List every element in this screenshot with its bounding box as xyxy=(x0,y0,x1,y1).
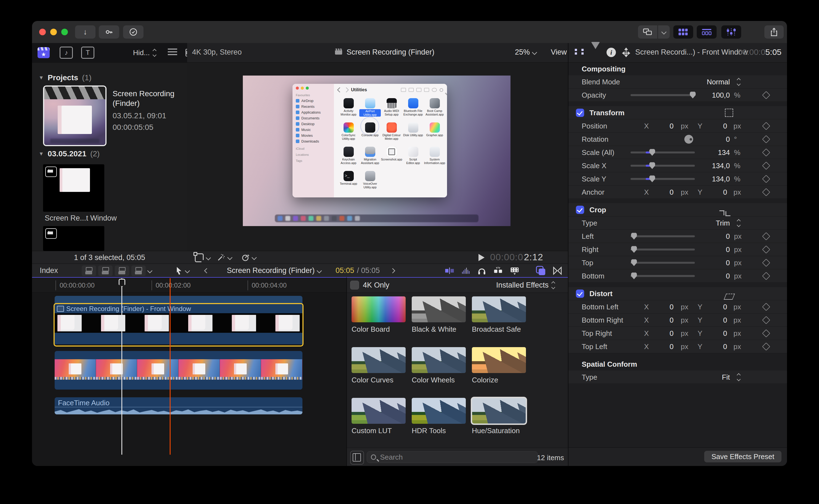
finder-sidebar-item[interactable]: Music xyxy=(296,127,331,133)
timeline-toggle-button[interactable] xyxy=(697,25,717,39)
facetime-audio-clip[interactable]: FaceTime Audio xyxy=(55,397,303,414)
list-view-button[interactable] xyxy=(168,45,177,60)
clip-thumbnail[interactable] xyxy=(43,164,104,212)
finder-sidebar-item[interactable]: Applications xyxy=(296,109,331,115)
crop-top-row[interactable]: Top 0px xyxy=(568,256,787,269)
app-item[interactable]: Digital Colour Meter.app xyxy=(381,122,402,147)
crop-left-row[interactable]: Left 0px xyxy=(568,230,787,243)
effect-tile[interactable]: Broadcast Safe xyxy=(472,296,526,334)
blend-mode-row[interactable]: Blend Mode Normal xyxy=(568,75,787,89)
scale-y-row[interactable]: Scale Y 134,0% xyxy=(568,172,787,186)
insert-edit-button[interactable] xyxy=(98,266,112,276)
crop-bottom-row[interactable]: Bottom 0px xyxy=(568,269,787,283)
transform-section-header[interactable]: Transform xyxy=(568,106,787,119)
distort-onscreen-icon[interactable] xyxy=(724,294,735,300)
app-item[interactable]: VoiceOver Utility.app xyxy=(359,171,381,195)
effect-tile[interactable]: HDR Tools xyxy=(412,398,466,435)
effect-tile-selected[interactable]: Hue/Saturation xyxy=(472,398,526,435)
info-inspector-tab[interactable]: i xyxy=(606,48,616,57)
app-item[interactable]: Grapher.app xyxy=(424,122,445,147)
crop-section-header[interactable]: Crop xyxy=(568,203,787,216)
crop-checkbox[interactable] xyxy=(576,206,584,214)
media-import-display-button[interactable] xyxy=(638,25,657,39)
transitions-browser-toggle[interactable] xyxy=(552,266,562,275)
transform-checkbox[interactable] xyxy=(576,109,584,117)
back-icon[interactable] xyxy=(337,87,343,93)
slider-thumb[interactable] xyxy=(649,175,655,182)
index-button[interactable]: Index xyxy=(40,264,58,277)
keyframe-diamond-icon[interactable] xyxy=(762,272,770,280)
effect-tile[interactable]: Custom LUT xyxy=(352,398,406,435)
position-row[interactable]: Position X0px Y0px xyxy=(568,119,787,133)
disclosure-triangle-icon[interactable]: ▼ xyxy=(39,151,44,157)
clip-filter-popup[interactable]: Hid... xyxy=(133,45,156,60)
timeline-pane[interactable]: 00:00:00:00 00:00:02:00 00:00:04:00 Scre… xyxy=(32,277,346,466)
keyframe-diamond-icon[interactable] xyxy=(762,245,770,254)
playhead[interactable] xyxy=(121,278,122,455)
project-thumbnail[interactable] xyxy=(43,85,106,146)
scale-x-row[interactable]: Scale X 134,0% xyxy=(568,159,787,172)
app-item[interactable]: >_Terminal.app xyxy=(338,171,359,195)
slider-thumb[interactable] xyxy=(631,272,637,279)
slider-thumb[interactable] xyxy=(631,233,637,240)
crop-right-row[interactable]: Right 0px xyxy=(568,243,787,256)
enhancements-tool[interactable] xyxy=(217,253,232,262)
keyframe-diamond-icon[interactable] xyxy=(762,303,770,311)
import-media-button[interactable]: ↓ xyxy=(75,25,95,39)
tab-photos-audio[interactable]: ♪ xyxy=(57,45,75,60)
anchor-row[interactable]: Anchor X0px Y0px xyxy=(568,186,787,199)
app-item[interactable]: Migration Assistant.app xyxy=(359,147,381,171)
top-left-row[interactable]: Top Left X0px Y0px xyxy=(568,340,787,353)
primary-storyline-clip[interactable] xyxy=(55,351,303,390)
app-item[interactable]: Bluetooth File Exchange.app xyxy=(402,98,424,122)
previous-clip-button[interactable] xyxy=(205,264,209,277)
effect-tile[interactable]: Color Curves xyxy=(352,347,406,384)
app-item[interactable]: Console.app xyxy=(359,122,381,147)
share-button[interactable] xyxy=(764,25,784,39)
keyframe-diamond-icon[interactable] xyxy=(762,342,770,351)
bottom-left-row[interactable]: Bottom Left X0px Y0px xyxy=(568,300,787,313)
crop-transform-tool[interactable] xyxy=(195,253,210,262)
distort-checkbox[interactable] xyxy=(576,289,584,298)
app-item[interactable]: Audio MIDI Setup.app xyxy=(381,98,402,122)
app-item[interactable]: Keychain Access.app xyxy=(338,147,359,171)
rotation-row[interactable]: Rotation 0° xyxy=(568,133,787,146)
keyframe-diamond-icon[interactable] xyxy=(762,175,770,183)
app-item[interactable]: Activity Monitor.app xyxy=(338,98,359,122)
minimize-button[interactable] xyxy=(50,29,57,35)
chevron-down-icon[interactable] xyxy=(147,268,152,274)
clip-thumbnail-partial[interactable] xyxy=(43,226,104,251)
trim-icon[interactable] xyxy=(445,267,454,275)
zoom-button[interactable] xyxy=(61,29,68,35)
slider-thumb[interactable] xyxy=(649,162,655,169)
timeline-history-menu[interactable]: Screen Recording (Finder) xyxy=(227,264,321,277)
effects-search-field[interactable] xyxy=(367,451,538,463)
solo-headphones-icon[interactable] xyxy=(477,266,486,275)
share-icon[interactable] xyxy=(416,88,421,92)
display-options-chevron[interactable] xyxy=(658,25,670,39)
next-clip-button[interactable] xyxy=(391,264,395,277)
effect-tile[interactable]: Black & White xyxy=(412,296,466,334)
app-item[interactable]: Script Editor.app xyxy=(402,147,424,171)
category-menu[interactable]: Installed Effects xyxy=(496,281,555,289)
tool-menu[interactable] xyxy=(175,264,189,277)
opacity-row[interactable]: Opacity 100,0% xyxy=(568,89,787,102)
projects-section-header[interactable]: ▼ Projects (1) xyxy=(39,73,92,82)
tab-titles-generators[interactable]: T xyxy=(79,45,96,60)
keyframe-diamond-icon[interactable] xyxy=(762,91,770,99)
tags-icon[interactable] xyxy=(424,88,429,92)
inspector-toggle-button[interactable] xyxy=(721,25,741,39)
app-item[interactable]: Boot Camp Assistant.app xyxy=(424,98,445,122)
audio-skimming-icon[interactable] xyxy=(461,267,470,275)
clip-appearance-icon[interactable] xyxy=(510,266,519,275)
app-item[interactable]: Disk Utility.app xyxy=(402,122,424,147)
keyword-editor-button[interactable] xyxy=(99,25,119,39)
keyframe-diamond-icon[interactable] xyxy=(762,135,770,143)
timeline-ruler[interactable]: 00:00:00:00 00:00:02:00 00:00:04:00 xyxy=(32,278,346,293)
top-right-row[interactable]: Top Right X0px Y0px xyxy=(568,327,787,340)
transform-onscreen-icon[interactable] xyxy=(725,109,733,117)
finder-sidebar-item[interactable]: Movies xyxy=(296,133,331,138)
effect-tile[interactable]: Color Wheels xyxy=(412,347,466,384)
app-item[interactable]: Screenshot.app xyxy=(381,147,402,171)
4k-only-checkbox[interactable] xyxy=(350,281,359,289)
